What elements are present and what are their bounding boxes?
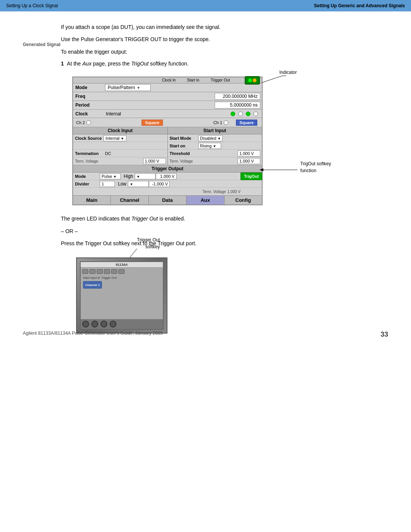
term-voltage-label: Term. Voltage bbox=[73, 159, 100, 163]
clock-source-arrow: ▼ bbox=[121, 137, 124, 141]
trig-term-label: Term. Voltage bbox=[202, 190, 226, 194]
start-on-row: Start on Rising ▼ bbox=[168, 142, 262, 150]
clock-in-label: Clock In bbox=[162, 78, 175, 82]
tab-channel[interactable]: Channel bbox=[111, 196, 148, 204]
nav-tabs: Main Channel Data Aux Config bbox=[73, 195, 262, 204]
ch2-label: Ch 2 bbox=[76, 120, 85, 125]
threshold-term-label: Term. Voltage bbox=[168, 159, 195, 163]
trigout-softkey-annotation: TrigOut softkeyfunction bbox=[300, 160, 331, 174]
header-right: Setting Up Generic and Advanced Signals bbox=[314, 3, 405, 8]
trigger-output-header: Trigger Output bbox=[73, 165, 262, 173]
low-arrow: ▼ bbox=[130, 182, 133, 186]
tab-main[interactable]: Main bbox=[73, 196, 111, 204]
ch1-label: Ch 1 bbox=[213, 120, 222, 125]
press-text: Press the Trigger Out softkey next to th… bbox=[61, 239, 388, 248]
clock-empty-row bbox=[73, 142, 167, 150]
trig-term-value: 1.000 V bbox=[228, 190, 262, 194]
svg-marker-3 bbox=[260, 168, 263, 171]
trigger-output-section: Mode Pulse ▼ High ▼ 1.000 V TrigOut bbox=[73, 173, 262, 195]
clock-source-row: Clock Source Internal ▼ bbox=[73, 134, 167, 142]
panel-top-header: Clock In Start In Trigger Out bbox=[73, 77, 262, 83]
paragraph-1: If you attach a scope (as DUT), you can … bbox=[61, 23, 388, 31]
start-mode-row: Start Mode Disabled ▼ bbox=[168, 134, 262, 142]
aux-italic: Aux bbox=[82, 61, 91, 67]
clock-circle-4 bbox=[253, 112, 258, 116]
divider-label: Divider bbox=[73, 181, 100, 187]
term-voltage-value: 1.000 V bbox=[143, 158, 166, 164]
threshold-row: Threshold 1.000 V bbox=[168, 150, 262, 157]
trigout-button[interactable]: TrigOut bbox=[241, 173, 262, 180]
clock-label: Clock bbox=[73, 110, 104, 117]
divider-value[interactable]: 1 bbox=[100, 181, 115, 187]
trig-mode-arrow: ▼ bbox=[113, 175, 117, 179]
threshold-term-value: 1.000 V bbox=[237, 158, 260, 164]
start-mode-arrow: ▼ bbox=[217, 137, 221, 141]
indicator-arrow bbox=[260, 73, 290, 84]
clock-source-value[interactable]: Internal ▼ bbox=[104, 135, 126, 141]
start-on-label: Start on bbox=[168, 143, 198, 149]
svg-line-0 bbox=[260, 76, 282, 83]
generated-signal-label: Generated Signal bbox=[23, 42, 61, 47]
start-input-header: Start Input bbox=[168, 127, 262, 134]
ch1-square-label: Square bbox=[236, 120, 257, 126]
mode-row: Mode Pulse/Pattern ▼ bbox=[73, 83, 262, 92]
after-text-block: The green LED indicates that Trigger Out… bbox=[61, 214, 388, 223]
trig-term-row: Term. Voltage 1.000 V bbox=[73, 188, 262, 195]
footer-text: Agilent 81133A/81134A Pulse Generator Us… bbox=[23, 331, 163, 339]
period-label: Period bbox=[73, 102, 104, 109]
channels-row: Ch 2 Square Ch 1 Square bbox=[73, 118, 262, 127]
mode-label: Mode bbox=[73, 84, 104, 91]
header-left: Setting Up a Clock Signal bbox=[6, 3, 58, 8]
clock-value: Internal bbox=[104, 110, 123, 117]
col-start: Start Mode Disabled ▼ Start on Rising ▼ bbox=[168, 134, 262, 165]
tab-aux[interactable]: Aux bbox=[186, 196, 224, 204]
paragraph-3: To enable the trigger output: bbox=[61, 48, 388, 56]
high-dropdown[interactable]: ▼ bbox=[135, 173, 156, 179]
freq-label: Freq bbox=[73, 93, 104, 100]
or-text: – OR – bbox=[61, 227, 388, 235]
high-label: High bbox=[124, 174, 133, 179]
footer: Agilent 81133A/81134A Pulse Generator Us… bbox=[0, 331, 411, 339]
threshold-value: 1.000 V bbox=[237, 150, 260, 157]
clock-start-section: Clock Source Internal ▼ Termination DC bbox=[73, 134, 262, 165]
trig-mode-row: Mode Pulse ▼ High ▼ 1.000 V TrigOut bbox=[73, 173, 262, 180]
instrument-panel: Clock In Start In Trigger Out Mode bbox=[72, 77, 263, 205]
ch2-square-label: Square bbox=[142, 120, 162, 126]
clock-circle-2 bbox=[238, 112, 243, 116]
tab-config[interactable]: Config bbox=[225, 196, 262, 204]
tab-data[interactable]: Data bbox=[149, 196, 186, 204]
termination-label: Termination bbox=[73, 151, 104, 156]
freq-row: Freq 200.000000 MHz bbox=[73, 92, 262, 101]
ch1-circle bbox=[224, 120, 228, 125]
trigout-arrow bbox=[260, 166, 301, 174]
termination-row: Termination DC bbox=[73, 150, 167, 157]
clock-row: Clock Internal bbox=[73, 110, 262, 118]
col-clock: Clock Source Internal ▼ Termination DC bbox=[73, 134, 168, 165]
footer-page: 33 bbox=[381, 331, 388, 339]
start-mode-value[interactable]: Disabled ▼ bbox=[198, 135, 223, 141]
high-value: 1.000 V bbox=[156, 173, 177, 179]
start-on-arrow: ▼ bbox=[213, 144, 216, 148]
header-bar: Setting Up a Clock Signal Setting Up Gen… bbox=[0, 0, 411, 11]
start-in-label: Start In bbox=[187, 78, 199, 82]
trigger-out-label: Trigger Out bbox=[211, 78, 230, 82]
ch2-circle bbox=[86, 120, 91, 125]
step-1: 1 At the Aux page, press the TrigOut sof… bbox=[61, 61, 388, 67]
low-dropdown[interactable]: ▼ bbox=[128, 181, 149, 187]
trig-divider-row: Divider 1 Low ▼ -1.000 V bbox=[73, 180, 262, 188]
period-row: Period 5.0000000 ns bbox=[73, 101, 262, 110]
paragraph-2: Use the Pulse Generator's TRIGGER OUT to… bbox=[61, 35, 388, 43]
trigger-out-italic: Trigger Out bbox=[131, 216, 158, 222]
high-arrow: ▼ bbox=[137, 175, 140, 179]
trig-mode-value[interactable]: Pulse ▼ bbox=[100, 173, 121, 179]
start-on-value[interactable]: Rising ▼ bbox=[198, 143, 221, 149]
period-value: 5.0000000 ns bbox=[215, 102, 260, 109]
start-mode-label: Start Mode bbox=[168, 136, 198, 141]
termination-value: DC bbox=[104, 151, 167, 156]
low-label: Low bbox=[118, 181, 126, 187]
mode-value-box[interactable]: Pulse/Pattern ▼ bbox=[105, 84, 151, 91]
step-number-1: 1 bbox=[61, 61, 64, 67]
term-voltage-row: Term. Voltage 1.000 V bbox=[73, 157, 167, 165]
clock-circle-3 bbox=[246, 112, 250, 116]
mode-dropdown-arrow: ▼ bbox=[137, 86, 140, 90]
